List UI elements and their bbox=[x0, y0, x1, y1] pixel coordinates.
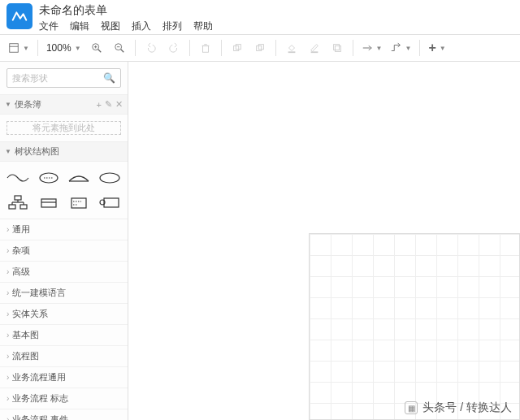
shape-item[interactable] bbox=[67, 168, 93, 188]
scratchpad-title: 便条簿 bbox=[15, 98, 41, 110]
zoom-value: 100% bbox=[46, 42, 72, 54]
svg-rect-16 bbox=[288, 51, 295, 53]
shadow-button[interactable] bbox=[327, 37, 348, 58]
shape-item[interactable] bbox=[67, 193, 93, 212]
shape-item[interactable] bbox=[36, 193, 62, 212]
menu-bar: 文件 编辑 视图 插入 排列 帮助 bbox=[39, 19, 213, 33]
to-front-button[interactable] bbox=[227, 37, 248, 58]
document-title[interactable]: 未命名的表单 bbox=[39, 3, 213, 18]
svg-point-24 bbox=[100, 173, 119, 183]
page-layout-button[interactable]: ▼ bbox=[5, 37, 32, 58]
svg-rect-37 bbox=[104, 198, 119, 207]
drawing-page[interactable] bbox=[309, 233, 520, 420]
svg-rect-27 bbox=[20, 205, 27, 209]
scratchpad-header[interactable]: ▼ 便条簿 + ✎ ✕ bbox=[0, 94, 128, 115]
category-item[interactable]: 通用 bbox=[0, 219, 128, 240]
menu-view[interactable]: 视图 bbox=[101, 19, 120, 33]
line-color-button[interactable] bbox=[304, 37, 325, 58]
svg-rect-26 bbox=[9, 205, 15, 209]
shape-item[interactable] bbox=[97, 193, 123, 212]
edit-icon[interactable]: ✎ bbox=[105, 99, 112, 110]
zoom-in-button[interactable] bbox=[86, 37, 107, 58]
menu-insert[interactable]: 插入 bbox=[132, 19, 151, 33]
svg-line-7 bbox=[120, 50, 124, 53]
category-item[interactable]: 流程图 bbox=[0, 346, 128, 367]
chevron-down-icon: ▼ bbox=[405, 45, 411, 52]
add-icon[interactable]: + bbox=[97, 100, 102, 110]
menu-file[interactable]: 文件 bbox=[39, 19, 58, 33]
category-list: 通用 杂项 高级 统一建模语言 实体关系 基本图 流程图 业务流程通用 业务流程… bbox=[0, 219, 128, 420]
shape-palette bbox=[0, 162, 128, 219]
app-icon bbox=[6, 3, 32, 29]
svg-rect-19 bbox=[335, 45, 340, 51]
search-icon: 🔍 bbox=[103, 72, 115, 84]
shapes-panel-header[interactable]: ▼ 树状结构图 bbox=[0, 141, 128, 162]
svg-rect-34 bbox=[72, 198, 86, 208]
category-item[interactable]: 业务流程 事件 bbox=[0, 409, 128, 420]
shape-item[interactable] bbox=[36, 168, 62, 188]
insert-button[interactable]: +▼ bbox=[425, 37, 448, 58]
sidebar: 🔍 ▼ 便条簿 + ✎ ✕ 将元素拖到此处 ▼ 树状结构图 通用 bbox=[0, 62, 128, 420]
shape-item[interactable] bbox=[5, 168, 31, 188]
svg-rect-32 bbox=[41, 199, 56, 207]
undo-button[interactable] bbox=[141, 37, 162, 58]
menu-arrange[interactable]: 排列 bbox=[162, 19, 182, 33]
toolbar: ▼ 100% ▼ ▼ ▼ +▼ bbox=[0, 34, 520, 62]
canvas[interactable] bbox=[128, 62, 520, 420]
category-item[interactable]: 高级 bbox=[0, 262, 128, 283]
close-icon[interactable]: ✕ bbox=[115, 99, 123, 110]
search-field[interactable] bbox=[12, 73, 103, 83]
zoom-dropdown[interactable]: 100% ▼ bbox=[43, 37, 84, 58]
scratchpad-dropzone[interactable]: 将元素拖到此处 bbox=[6, 121, 121, 135]
category-item[interactable]: 杂项 bbox=[0, 240, 128, 262]
category-item[interactable]: 业务流程通用 bbox=[0, 367, 128, 388]
svg-line-3 bbox=[98, 50, 101, 53]
watermark: ▦ 头条号 / 转换达人 bbox=[405, 401, 512, 415]
svg-rect-17 bbox=[310, 51, 318, 53]
connection-button[interactable]: ▼ bbox=[358, 37, 386, 58]
zoom-out-button[interactable] bbox=[109, 37, 130, 58]
search-shapes-input[interactable]: 🔍 bbox=[6, 68, 121, 88]
to-back-button[interactable] bbox=[249, 37, 271, 58]
svg-rect-9 bbox=[202, 45, 208, 52]
chevron-down-icon: ▼ bbox=[75, 45, 81, 52]
category-item[interactable]: 业务流程 标志 bbox=[0, 388, 128, 409]
category-item[interactable]: 基本图 bbox=[0, 325, 128, 346]
waypoint-button[interactable]: ▼ bbox=[387, 37, 414, 58]
shapes-panel-title: 树状结构图 bbox=[15, 145, 59, 158]
menu-help[interactable]: 帮助 bbox=[193, 19, 213, 33]
svg-rect-18 bbox=[333, 45, 339, 50]
shape-item[interactable] bbox=[97, 168, 123, 188]
svg-rect-25 bbox=[15, 196, 21, 200]
redo-button[interactable] bbox=[163, 37, 184, 58]
chevron-down-icon: ▼ bbox=[5, 148, 11, 155]
delete-button[interactable] bbox=[195, 37, 216, 58]
category-item[interactable]: 统一建模语言 bbox=[0, 283, 128, 304]
watermark-text: 头条号 / 转换达人 bbox=[422, 401, 512, 415]
watermark-logo-icon: ▦ bbox=[405, 401, 418, 414]
chevron-down-icon: ▼ bbox=[5, 101, 11, 108]
menu-edit[interactable]: 编辑 bbox=[70, 19, 89, 33]
fill-color-button[interactable] bbox=[281, 37, 302, 58]
svg-rect-0 bbox=[10, 44, 19, 53]
chevron-down-icon: ▼ bbox=[440, 45, 446, 52]
category-item[interactable]: 实体关系 bbox=[0, 304, 128, 325]
chevron-down-icon: ▼ bbox=[23, 45, 29, 52]
shape-item[interactable] bbox=[5, 193, 31, 212]
chevron-down-icon: ▼ bbox=[376, 45, 383, 52]
